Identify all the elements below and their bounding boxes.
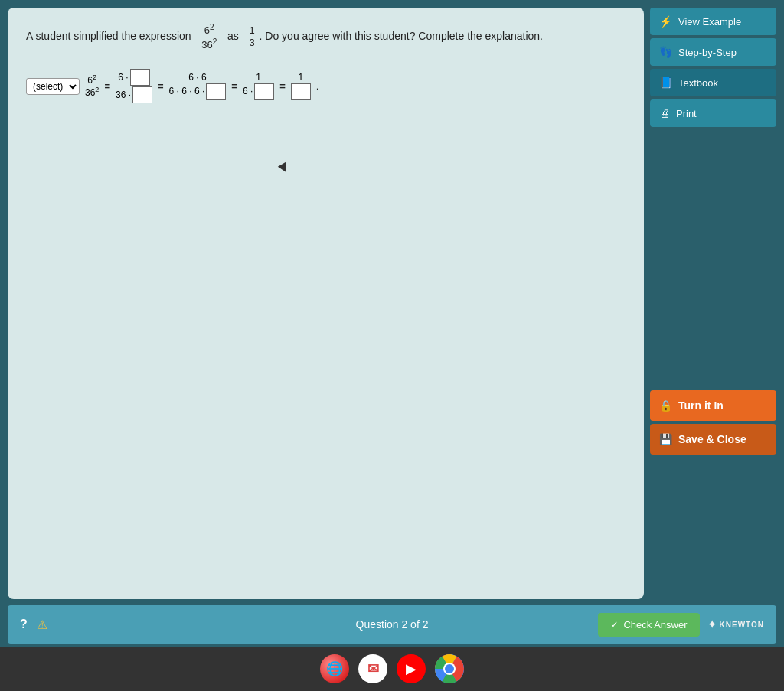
sidebar-top-buttons: ⚡ View Example 👣 Step-by-Step 📘 Textbook… bbox=[650, 8, 776, 127]
check-answer-label: Check Answer bbox=[623, 619, 687, 631]
math-expression-row: (select) Yes No 62 362 = 6 · 36 · bbox=[26, 69, 626, 103]
equals4: = bbox=[279, 80, 286, 92]
check-answer-button[interactable]: ✓ Check Answer bbox=[598, 613, 699, 637]
view-example-label: View Example bbox=[678, 16, 741, 28]
print-button[interactable]: 🖨 Print bbox=[650, 99, 776, 127]
result-fraction: 1 3 bbox=[247, 30, 259, 42]
youtube-icon: ▶ bbox=[406, 660, 416, 677]
question-indicator: ? ⚠ bbox=[20, 618, 47, 632]
input-2[interactable] bbox=[132, 86, 152, 103]
checkmark-icon: ✓ bbox=[610, 619, 619, 631]
textbook-button[interactable]: 📘 Textbook bbox=[650, 69, 776, 96]
book-icon: 📘 bbox=[659, 77, 672, 89]
frac5: 1 bbox=[289, 73, 313, 100]
turn-in-label: Turn it In bbox=[678, 399, 724, 412]
input-5[interactable] bbox=[291, 83, 311, 100]
save-close-button[interactable]: 💾 Save & Close bbox=[650, 424, 776, 455]
frac1: 62 362 bbox=[83, 74, 101, 98]
frac3: 6 · 6 6 · 6 · 6 · bbox=[167, 73, 229, 100]
step-by-step-button[interactable]: 👣 Step-by-Step bbox=[650, 38, 776, 66]
gmail-icon: ✉ bbox=[368, 660, 379, 677]
step-by-step-label: Step-by-Step bbox=[678, 47, 737, 58]
globe-icon: 🌐 bbox=[326, 660, 343, 677]
question-text: A student simplified the expression 62 3… bbox=[26, 23, 626, 51]
period: . bbox=[316, 80, 319, 92]
svg-point-2 bbox=[445, 664, 454, 673]
taskbar-icon-globe[interactable]: 🌐 bbox=[320, 654, 349, 683]
question-number: Question 2 of 2 bbox=[356, 618, 429, 631]
view-example-button[interactable]: ⚡ View Example bbox=[650, 8, 776, 35]
turn-in-button[interactable]: 🔒 Turn it In bbox=[650, 390, 776, 421]
input-4[interactable] bbox=[254, 83, 274, 100]
save-icon: 💾 bbox=[659, 433, 672, 445]
steps-icon: 👣 bbox=[659, 46, 672, 58]
knewton-text: KNEWTON bbox=[720, 621, 764, 629]
equals3: = bbox=[231, 80, 237, 92]
work-panel: A student simplified the expression 62 3… bbox=[8, 8, 644, 599]
print-label: Print bbox=[676, 108, 697, 119]
taskbar-icon-gmail[interactable]: ✉ bbox=[358, 654, 387, 683]
cursor bbox=[278, 162, 290, 174]
lightning-icon: ⚡ bbox=[659, 15, 672, 28]
print-icon: 🖨 bbox=[659, 107, 670, 119]
knewton-icon: ✦ bbox=[707, 618, 717, 631]
knewton-logo: ✦ KNEWTON bbox=[707, 618, 764, 631]
help-button[interactable]: ? bbox=[20, 618, 28, 631]
agree-select[interactable]: (select) Yes No bbox=[26, 78, 80, 95]
equals1: = bbox=[104, 80, 110, 92]
textbook-label: Textbook bbox=[678, 77, 718, 89]
warning-icon: ⚠ bbox=[37, 618, 47, 632]
main-area: A student simplified the expression 62 3… bbox=[8, 8, 776, 599]
taskbar-icon-chrome[interactable] bbox=[435, 654, 464, 683]
question-suffix: . Do you agree with this student? Comple… bbox=[260, 30, 543, 42]
sidebar: ⚡ View Example 👣 Step-by-Step 📘 Textbook… bbox=[650, 8, 776, 599]
chrome-svg bbox=[435, 654, 464, 683]
submit-icon: 🔒 bbox=[659, 399, 672, 412]
equals2: = bbox=[158, 80, 164, 92]
question-intro: A student simplified the expression bbox=[26, 30, 191, 42]
taskbar: 🌐 ✉ ▶ bbox=[0, 647, 784, 691]
frac4: 1 6 · bbox=[240, 73, 276, 100]
save-close-label: Save & Close bbox=[678, 433, 746, 445]
input-1[interactable] bbox=[130, 69, 150, 86]
input-3[interactable] bbox=[206, 83, 226, 100]
frac2: 6 · 36 · bbox=[113, 69, 155, 103]
sidebar-bottom-buttons: 🔒 Turn it In 💾 Save & Close bbox=[650, 390, 776, 455]
taskbar-icon-youtube[interactable]: ▶ bbox=[397, 654, 426, 683]
expression-fraction: 62 362 bbox=[200, 30, 221, 42]
as-text: as bbox=[227, 30, 239, 42]
bottom-bar: ? ⚠ Question 2 of 2 ✓ Check Answer ✦ KNE… bbox=[8, 605, 776, 644]
